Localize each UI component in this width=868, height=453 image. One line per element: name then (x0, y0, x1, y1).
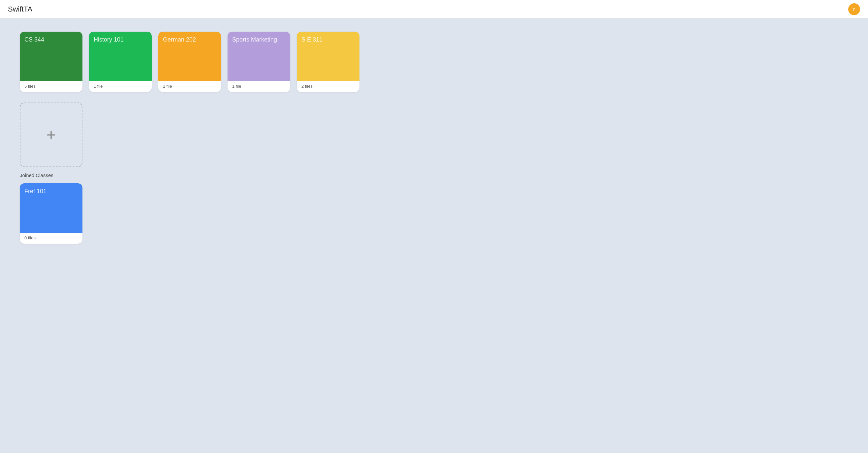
joined-card-color-fref101: Fref 101 (20, 183, 83, 233)
add-class-button[interactable]: + (20, 102, 83, 167)
class-card-footer-german202: 1 file (158, 81, 221, 92)
app-header: SwiftTA r (0, 0, 868, 19)
class-card-cs344[interactable]: CS 344 5 files (20, 32, 83, 92)
joined-classes-label: Joined Classes (20, 172, 848, 178)
class-card-color-se311: S E 311 (297, 32, 360, 81)
joined-classes-section: Joined Classes Fref 101 0 files (20, 172, 848, 244)
my-classes-row: CS 344 5 files History 101 1 file German… (20, 32, 848, 92)
class-card-german202[interactable]: German 202 1 file (158, 32, 221, 92)
class-card-footer-se311: 2 files (297, 81, 360, 92)
class-card-name-sports-marketing: Sports Marketing (232, 36, 277, 43)
class-card-footer-sports-marketing: 1 file (227, 81, 290, 92)
avatar[interactable]: r (848, 3, 860, 15)
class-card-se311[interactable]: S E 311 2 files (297, 32, 360, 92)
joined-classes-row: Fref 101 0 files (20, 183, 848, 244)
class-card-color-history101: History 101 (89, 32, 152, 81)
joined-card-footer-fref101: 0 files (20, 233, 83, 244)
class-card-name-german202: German 202 (163, 36, 196, 43)
plus-icon: + (46, 127, 56, 143)
class-card-footer-cs344: 5 files (20, 81, 83, 92)
class-card-color-german202: German 202 (158, 32, 221, 81)
main-content: CS 344 5 files History 101 1 file German… (0, 19, 868, 267)
class-card-color-sports-marketing: Sports Marketing (227, 32, 290, 81)
class-card-sports-marketing[interactable]: Sports Marketing 1 file (227, 32, 290, 92)
class-card-history101[interactable]: History 101 1 file (89, 32, 152, 92)
class-card-footer-history101: 1 file (89, 81, 152, 92)
joined-card-fref101[interactable]: Fref 101 0 files (20, 183, 83, 244)
class-card-name-se311: S E 311 (302, 36, 322, 43)
app-title: SwiftTA (8, 5, 32, 13)
joined-card-name-fref101: Fref 101 (24, 188, 46, 195)
class-card-name-cs344: CS 344 (24, 36, 44, 43)
class-card-name-history101: History 101 (94, 36, 124, 43)
class-card-color-cs344: CS 344 (20, 32, 83, 81)
